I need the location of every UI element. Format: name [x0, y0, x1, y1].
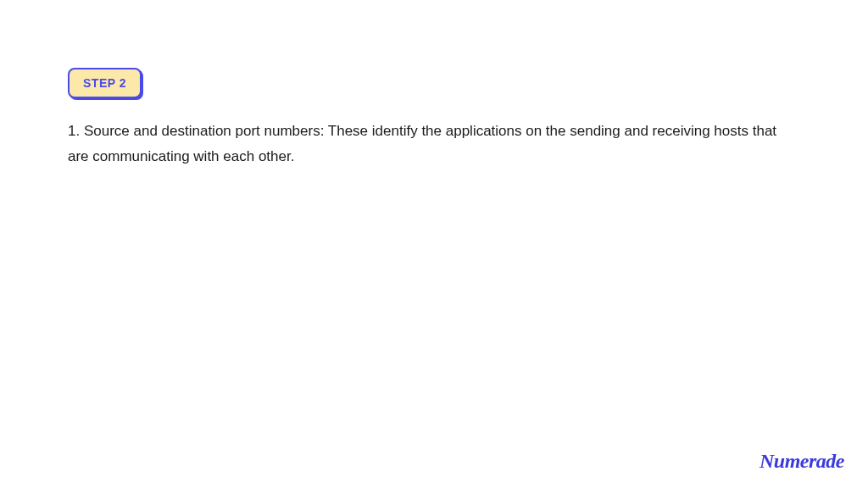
step-badge: STEP 2	[68, 68, 142, 98]
brand-name: Numerade	[760, 450, 844, 472]
brand-logo: Numerade	[760, 450, 844, 473]
step-label: STEP 2	[83, 76, 126, 90]
body-paragraph: 1. Source and destination port numbers: …	[68, 119, 800, 169]
content-area: STEP 2 1. Source and destination port nu…	[0, 0, 868, 169]
